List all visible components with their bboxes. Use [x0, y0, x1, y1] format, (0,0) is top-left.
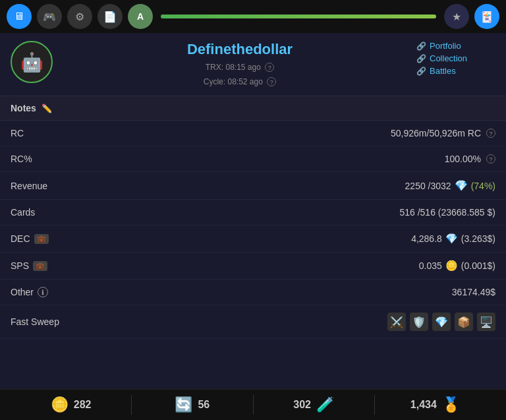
potion-stat: 302 🧪 [254, 396, 374, 413]
sps-value: 0.035 🪙 (0.001$) [419, 260, 495, 272]
revenue-row: Revenue 2250 /3032 💎 (74%) [0, 172, 506, 200]
progress-bar-fill [161, 15, 436, 18]
top-nav: 🖥 🎮 ⚙ 📄 A ★ 🃏 [0, 0, 506, 33]
cards-label: Cards [11, 207, 35, 218]
other-value-text: 36174.49$ [452, 287, 495, 297]
star-nav-btn[interactable]: ★ [444, 4, 469, 29]
dec-row: DEC 💼 4,286.8 💎 (3.263$) [0, 225, 506, 253]
other-info-icon[interactable]: ℹ [38, 287, 48, 297]
fast-sweep-label: Fast Sweep [11, 316, 59, 327]
badge-icon: 🏅 [442, 396, 460, 413]
rc-value: 50,926m/50,926m RC ? [391, 128, 495, 138]
rc-pct-help-icon[interactable]: ? [486, 154, 495, 164]
trx-time: 08:15 ago [225, 63, 260, 72]
sweep-icon-1[interactable]: ⚔️ [387, 313, 406, 331]
other-row: Other ℹ 36174.49$ [0, 280, 506, 305]
rc-pct-label: RC% [11, 154, 32, 164]
badge-value: 1,434 [410, 399, 437, 411]
cycle-icon: 🔄 [175, 396, 192, 413]
sps-usd: (0.001$) [461, 260, 495, 271]
dec-gem-icon: 💎 [445, 233, 458, 245]
rc-label: RC [11, 128, 24, 138]
rc-help-icon[interactable]: ? [486, 129, 495, 138]
card-nav-btn[interactable]: 🃏 [474, 4, 499, 29]
progress-bar-container [161, 15, 436, 18]
avatar: 🤖 [11, 41, 53, 83]
cards-row: Cards 516 /516 (23668.585 $) [0, 200, 506, 225]
rc-row: RC 50,926m/50,926m RC ? [0, 121, 506, 146]
potion-value: 302 [293, 399, 311, 411]
rc-value-text: 50,926m/50,926m RC [391, 128, 481, 138]
portfolio-link-label: Portfolio [430, 41, 461, 51]
sps-token-icon: 🪙 [445, 260, 458, 272]
revenue-value-text: 2250 /3032 [405, 181, 451, 191]
dec-value-text: 4,286.8 [411, 233, 442, 244]
profile-nav-btn[interactable]: A [128, 4, 153, 29]
fast-sweep-icons: ⚔️ 🛡️ 💎 📦 🖥️ [387, 313, 495, 331]
avatar-image: 🤖 [20, 51, 43, 73]
dec-label: DEC 💼 [11, 233, 49, 244]
other-label: Other ℹ [11, 287, 48, 297]
gold-stat: 🪙 282 [11, 396, 131, 413]
collection-link-label: Collection [430, 53, 467, 63]
notes-label: Notes [11, 103, 36, 113]
cycle-help-icon[interactable]: ? [267, 77, 276, 86]
notes-bar: Notes ✏️ [0, 96, 506, 121]
badge-stat: 1,434 🏅 [375, 396, 495, 413]
document-nav-btn[interactable]: 📄 [98, 4, 123, 29]
cycle-stat: 🔄 56 [132, 396, 252, 413]
dec-value: 4,286.8 💎 (3.263$) [411, 233, 495, 245]
sweep-icon-4[interactable]: 📦 [455, 313, 473, 331]
revenue-label: Revenue [11, 181, 47, 191]
monitor-nav-btn[interactable]: 🖥 [7, 4, 32, 29]
portfolio-link[interactable]: 🔗 Portfolio [416, 41, 461, 51]
rc-pct-row: RC% 100.00% ? [0, 146, 506, 172]
potion-icon: 🧪 [316, 396, 334, 413]
gold-value: 282 [74, 399, 92, 411]
collection-link-icon: 🔗 [416, 54, 426, 63]
sps-value-text: 0.035 [419, 260, 442, 271]
sps-wallet-icon[interactable]: 💼 [33, 261, 47, 271]
rc-pct-value: 100.00% ? [445, 154, 495, 164]
gamepad-nav-btn[interactable]: 🎮 [37, 4, 62, 29]
profile-center: Definethedollar TRX: 08:15 ago ? Cycle: … [63, 41, 416, 89]
fast-sweep-row: Fast Sweep ⚔️ 🛡️ 💎 📦 🖥️ [0, 305, 506, 339]
revenue-value: 2250 /3032 💎 (74%) [405, 179, 495, 192]
cards-value: 516 /516 (23668.585 $) [399, 207, 495, 218]
sweep-icon-2[interactable]: 🛡️ [410, 313, 428, 331]
revenue-pct: (74%) [471, 181, 495, 191]
rc-pct-value-text: 100.00% [445, 154, 481, 164]
battles-link-icon: 🔗 [416, 67, 426, 76]
dec-wallet-icon[interactable]: 💼 [34, 234, 49, 244]
battles-link[interactable]: 🔗 Battles [416, 66, 456, 76]
profile-links: 🔗 Portfolio 🔗 Collection 🔗 Battles [416, 41, 495, 76]
cycle-time: 08:52 ago [227, 77, 262, 86]
profile-meta: TRX: 08:15 ago ? Cycle: 08:52 ago ? [63, 61, 416, 89]
sps-row: SPS 💼 0.035 🪙 (0.001$) [0, 253, 506, 280]
sweep-icon-5[interactable]: 🖥️ [477, 313, 495, 331]
gold-icon: 🪙 [51, 396, 69, 413]
battles-link-label: Battles [430, 66, 456, 76]
portfolio-link-icon: 🔗 [416, 42, 426, 51]
trx-label: TRX: [206, 63, 223, 72]
notes-edit-icon[interactable]: ✏️ [42, 104, 52, 113]
profile-header: 🤖 Definethedollar TRX: 08:15 ago ? Cycle… [0, 33, 506, 96]
sweep-icon-3[interactable]: 💎 [432, 313, 451, 331]
dec-usd: (3.263$) [461, 233, 495, 244]
bottom-bar: 🪙 282 🔄 56 302 🧪 1,434 🏅 [0, 389, 506, 420]
other-value: 36174.49$ [452, 287, 495, 297]
revenue-gem-icon: 💎 [455, 179, 468, 192]
gear-nav-btn[interactable]: ⚙ [67, 4, 92, 29]
stats-section: RC 50,926m/50,926m RC ? RC% 100.00% ? Re… [0, 121, 506, 339]
sps-label: SPS 💼 [11, 260, 47, 271]
collection-link[interactable]: 🔗 Collection [416, 53, 467, 63]
cycle-value: 56 [198, 399, 210, 411]
cycle-label: Cycle: [204, 77, 225, 86]
cards-value-text: 516 /516 (23668.585 $) [399, 207, 495, 218]
profile-name: Definethedollar [63, 41, 416, 58]
trx-help-icon[interactable]: ? [265, 63, 274, 72]
